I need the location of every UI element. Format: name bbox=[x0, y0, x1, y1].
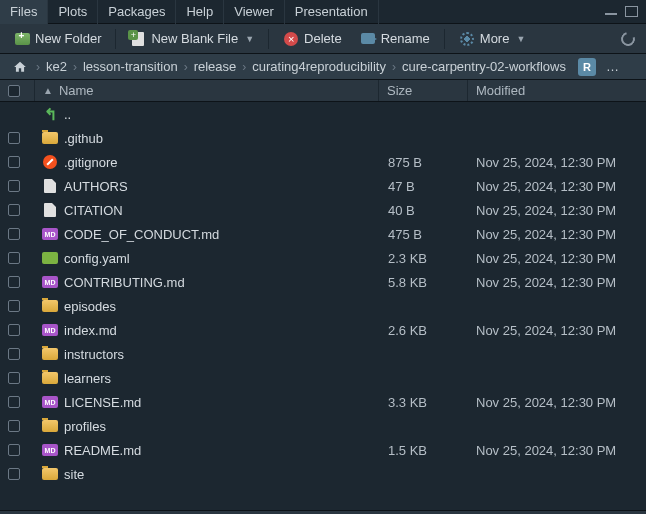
home-icon bbox=[12, 59, 28, 75]
r-project-badge[interactable]: R bbox=[578, 58, 596, 76]
path-breadcrumbs: ›ke2›lesson-transition›release›curating4… bbox=[0, 54, 646, 80]
file-row[interactable]: profiles bbox=[0, 414, 646, 438]
row-checkbox[interactable] bbox=[8, 324, 20, 336]
tab-files[interactable]: Files bbox=[0, 0, 48, 24]
new-blank-file-button[interactable]: New Blank File ▼ bbox=[122, 27, 262, 51]
minimize-pane-button[interactable] bbox=[604, 6, 618, 17]
row-checkbox[interactable] bbox=[8, 444, 20, 456]
up-directory-row[interactable]: ↰ .. bbox=[0, 102, 646, 126]
file-row[interactable]: README.md1.5 KBNov 25, 2024, 12:30 PM bbox=[0, 438, 646, 462]
row-checkbox[interactable] bbox=[8, 348, 20, 360]
tab-presentation[interactable]: Presentation bbox=[285, 0, 379, 24]
file-row[interactable]: config.yaml2.3 KBNov 25, 2024, 12:30 PM bbox=[0, 246, 646, 270]
home-crumb[interactable] bbox=[6, 57, 34, 77]
file-modified: Nov 25, 2024, 12:30 PM bbox=[468, 251, 646, 266]
row-checkbox[interactable] bbox=[8, 420, 20, 432]
more-label: More bbox=[480, 31, 510, 46]
file-icon bbox=[42, 178, 58, 194]
file-row[interactable]: CITATION40 BNov 25, 2024, 12:30 PM bbox=[0, 198, 646, 222]
delete-button[interactable]: Delete bbox=[275, 27, 350, 51]
folder-icon bbox=[42, 130, 58, 146]
file-size: 475 B bbox=[380, 227, 468, 242]
file-row[interactable]: LICENSE.md3.3 KBNov 25, 2024, 12:30 PM bbox=[0, 390, 646, 414]
file-size: 875 B bbox=[380, 155, 468, 170]
file-row[interactable]: site bbox=[0, 462, 646, 486]
file-name: site bbox=[64, 467, 84, 482]
file-name: learners bbox=[64, 371, 111, 386]
file-name: profiles bbox=[64, 419, 106, 434]
gear-icon bbox=[459, 31, 475, 47]
breadcrumb-segment[interactable]: curating4reproducibility bbox=[246, 57, 392, 77]
rename-label: Rename bbox=[381, 31, 430, 46]
row-checkbox[interactable] bbox=[8, 132, 20, 144]
file-name: CITATION bbox=[64, 203, 123, 218]
size-column-header[interactable]: Size bbox=[379, 83, 467, 98]
row-checkbox[interactable] bbox=[8, 276, 20, 288]
row-checkbox[interactable] bbox=[8, 252, 20, 264]
more-button[interactable]: More ▼ bbox=[451, 27, 534, 51]
file-name: instructors bbox=[64, 347, 124, 362]
tab-packages[interactable]: Packages bbox=[98, 0, 176, 24]
modified-column-header[interactable]: Modified bbox=[468, 83, 646, 98]
file-name: LICENSE.md bbox=[64, 395, 141, 410]
new-file-icon bbox=[130, 31, 146, 47]
new-folder-button[interactable]: New Folder bbox=[6, 27, 109, 51]
file-name: .github bbox=[64, 131, 103, 146]
file-row[interactable]: CONTRIBUTING.md5.8 KBNov 25, 2024, 12:30… bbox=[0, 270, 646, 294]
file-row[interactable]: episodes bbox=[0, 294, 646, 318]
row-checkbox[interactable] bbox=[8, 468, 20, 480]
markdown-icon bbox=[42, 226, 58, 242]
breadcrumb-segment[interactable]: release bbox=[188, 57, 243, 77]
column-headers: ▲ Name Size Modified bbox=[0, 80, 646, 102]
folder-icon bbox=[42, 346, 58, 362]
select-all-checkbox[interactable] bbox=[8, 85, 20, 97]
file-row[interactable]: instructors bbox=[0, 342, 646, 366]
file-size: 5.8 KB bbox=[380, 275, 468, 290]
maximize-pane-button[interactable] bbox=[624, 6, 638, 17]
file-icon bbox=[42, 202, 58, 218]
refresh-icon bbox=[620, 31, 636, 47]
file-row[interactable]: CODE_OF_CONDUCT.md475 BNov 25, 2024, 12:… bbox=[0, 222, 646, 246]
sort-indicator-icon: ▲ bbox=[43, 85, 53, 96]
row-checkbox[interactable] bbox=[8, 204, 20, 216]
file-modified: Nov 25, 2024, 12:30 PM bbox=[468, 203, 646, 218]
tab-help[interactable]: Help bbox=[176, 0, 224, 24]
file-modified: Nov 25, 2024, 12:30 PM bbox=[468, 275, 646, 290]
breadcrumb-segment[interactable]: ke2 bbox=[40, 57, 73, 77]
file-row[interactable]: .gitignore875 BNov 25, 2024, 12:30 PM bbox=[0, 150, 646, 174]
rename-button[interactable]: Rename bbox=[352, 27, 438, 51]
row-checkbox[interactable] bbox=[8, 180, 20, 192]
file-name: CONTRIBUTING.md bbox=[64, 275, 185, 290]
breadcrumb-segment[interactable]: lesson-transition bbox=[77, 57, 184, 77]
refresh-button[interactable] bbox=[616, 27, 640, 51]
chevron-down-icon: ▼ bbox=[516, 34, 525, 44]
file-modified: Nov 25, 2024, 12:30 PM bbox=[468, 443, 646, 458]
folder-icon bbox=[42, 298, 58, 314]
file-row[interactable]: learners bbox=[0, 366, 646, 390]
breadcrumb-overflow[interactable]: … bbox=[598, 57, 627, 77]
file-modified: Nov 25, 2024, 12:30 PM bbox=[468, 179, 646, 194]
folder-icon bbox=[42, 370, 58, 386]
row-checkbox[interactable] bbox=[8, 372, 20, 384]
file-name: AUTHORS bbox=[64, 179, 128, 194]
yaml-icon bbox=[42, 250, 58, 266]
name-column-header[interactable]: ▲ Name bbox=[35, 83, 378, 98]
row-checkbox[interactable] bbox=[8, 300, 20, 312]
up-arrow-icon: ↰ bbox=[42, 106, 58, 122]
file-modified: Nov 25, 2024, 12:30 PM bbox=[468, 395, 646, 410]
folder-icon bbox=[42, 418, 58, 434]
row-checkbox[interactable] bbox=[8, 228, 20, 240]
files-toolbar: New Folder New Blank File ▼ Delete Renam… bbox=[0, 24, 646, 54]
row-checkbox[interactable] bbox=[8, 396, 20, 408]
file-name: config.yaml bbox=[64, 251, 130, 266]
delete-icon bbox=[283, 31, 299, 47]
tab-viewer[interactable]: Viewer bbox=[224, 0, 285, 24]
file-size: 2.3 KB bbox=[380, 251, 468, 266]
tab-plots[interactable]: Plots bbox=[48, 0, 98, 24]
new-folder-label: New Folder bbox=[35, 31, 101, 46]
row-checkbox[interactable] bbox=[8, 156, 20, 168]
file-row[interactable]: .github bbox=[0, 126, 646, 150]
file-row[interactable]: index.md2.6 KBNov 25, 2024, 12:30 PM bbox=[0, 318, 646, 342]
file-row[interactable]: AUTHORS47 BNov 25, 2024, 12:30 PM bbox=[0, 174, 646, 198]
breadcrumb-segment[interactable]: cure-carpentry-02-workflows bbox=[396, 57, 572, 77]
